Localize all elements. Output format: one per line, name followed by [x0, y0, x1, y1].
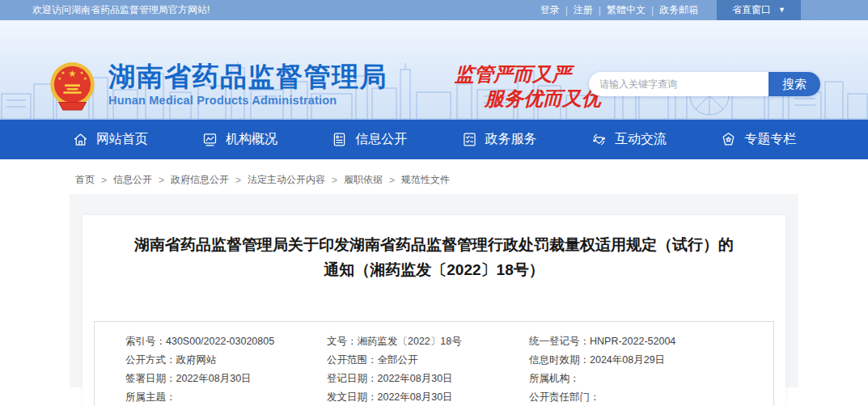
org-overview-icon — [201, 131, 218, 148]
meta-topic: 所属主题： — [95, 388, 327, 406]
meta-affiliated-org: 所属机构： — [529, 370, 773, 388]
brand: ★ ★ ★ ★ ★ 湖南省药品监督管理局 Hunan Medical Produ… — [47, 60, 387, 112]
breadcrumb-separator: > — [389, 175, 395, 186]
nav-item-gov-service[interactable]: 政务服务 — [434, 120, 563, 159]
svg-text:★: ★ — [68, 69, 76, 78]
nav-label: 网站首页 — [96, 131, 148, 148]
traditional-chinese-link[interactable]: 繁體中文 — [607, 3, 646, 17]
register-link[interactable]: 注册 — [574, 3, 593, 17]
topbar: 欢迎访问湖南省药品监督管理局官方网站! 登录 | 注册 | 繁體中文 | 政务邮… — [0, 0, 868, 20]
welcome-text: 欢迎访问湖南省药品监督管理局官方网站! — [32, 3, 210, 17]
login-link[interactable]: 登录 — [540, 3, 560, 17]
province-window-dropdown[interactable]: 省直窗口 ▼ — [717, 0, 801, 20]
interaction-icon — [591, 131, 608, 148]
nav-label: 信息公开 — [355, 131, 407, 148]
gov-mail-link[interactable]: 政务邮箱 — [659, 3, 698, 17]
province-window-label: 省直窗口 — [732, 3, 771, 17]
meta-disclosure-method: 公开方式：政府网站 — [95, 351, 327, 370]
svg-text:★: ★ — [83, 76, 87, 81]
meta-responsible-dept: 公开责任部门： — [529, 388, 773, 406]
nav-label: 专题专栏 — [744, 131, 796, 148]
main-nav: 网站首页 机构概况 信息公开 政务服务 互动交流 专题专栏 — [0, 120, 868, 159]
meta-disclosure-scope: 公开范围：全部公开 — [327, 351, 529, 370]
breadcrumb-separator: > — [159, 175, 164, 186]
meta-doc-number: 文号：湘药监发〔2022〕18号 — [327, 332, 529, 351]
breadcrumb-duty-basis[interactable]: 履职依据 — [344, 173, 383, 187]
topbar-links: 登录 | 注册 | 繁體中文 | 政务邮箱 省直窗口 ▼ — [535, 0, 868, 20]
article-title: 湖南省药品监督管理局关于印发湖南省药品监督管理行政处罚裁量权适用规定（试行）的 … — [94, 232, 774, 282]
breadcrumb-normative-docs[interactable]: 规范性文件 — [401, 173, 450, 187]
article-card: 湖南省药品监督管理局关于印发湖南省药品监督管理行政处罚裁量权适用规定（试行）的 … — [83, 215, 785, 406]
site-title-english: Hunan Medical Products Administration — [108, 94, 387, 107]
special-topics-icon — [720, 131, 737, 148]
info-disclosure-icon — [331, 131, 348, 148]
breadcrumb-separator: > — [235, 175, 241, 186]
search-input[interactable] — [589, 72, 768, 96]
meta-signing-date: 签署日期：2022年08月30日 — [95, 370, 327, 388]
content-wrapper: 湖南省药品监督管理局关于印发湖南省药品监督管理行政处罚裁量权适用规定（试行）的 … — [70, 194, 798, 387]
breadcrumb-separator: > — [332, 175, 337, 186]
svg-text:★: ★ — [61, 70, 65, 75]
breadcrumb-gov-info[interactable]: 政府信息公开 — [171, 173, 229, 187]
svg-text:★: ★ — [57, 76, 61, 81]
article-title-line-2: 通知（湘药监发〔2022〕18号） — [94, 257, 774, 282]
home-icon — [72, 131, 89, 148]
separator: | — [651, 5, 654, 16]
breadcrumb-info-disclosure[interactable]: 信息公开 — [113, 173, 152, 187]
meta-registration-date: 登记日期：2022年08月30日 — [327, 370, 529, 388]
svg-text:★: ★ — [79, 70, 83, 75]
breadcrumb: 首页 > 信息公开 > 政府信息公开 > 法定主动公开内容 > 履职依据 > 规… — [0, 159, 868, 194]
slogan: 监管严而又严 服务优而又优 — [455, 62, 601, 111]
slogan-line-2: 服务优而又优 — [485, 87, 601, 111]
nav-item-interaction[interactable]: 互动交流 — [564, 120, 693, 159]
nav-item-info-disclosure[interactable]: 信息公开 — [304, 120, 434, 159]
site-title: 湖南省药品监督管理局 — [108, 60, 387, 93]
nav-label: 互动交流 — [615, 131, 667, 148]
nav-item-special-topics[interactable]: 专题专栏 — [693, 120, 823, 159]
meta-issue-date: 发文日期：2022年08月30日 — [327, 388, 529, 406]
separator: | — [599, 5, 601, 16]
slogan-line-1: 监管严而又严 — [455, 62, 601, 87]
meta-index-number: 索引号：430S00/2022-03020805 — [95, 332, 327, 351]
article-title-line-1: 湖南省药品监督管理局关于印发湖南省药品监督管理行政处罚裁量权适用规定（试行）的 — [94, 232, 774, 257]
document-meta-table: 索引号：430S00/2022-03020805 文号：湘药监发〔2022〕18… — [94, 321, 774, 406]
national-emblem-logo: ★ ★ ★ ★ ★ — [47, 61, 98, 112]
meta-validity-period: 信息时效期：2024年08月29日 — [529, 351, 773, 370]
nav-item-home[interactable]: 网站首页 — [45, 120, 175, 159]
nav-label: 机构概况 — [226, 131, 277, 148]
separator: | — [565, 5, 568, 16]
meta-unified-reg-number: 统一登记号：HNPR-2022-52004 — [529, 332, 773, 351]
search-button[interactable]: 搜索 — [768, 72, 820, 96]
breadcrumb-home[interactable]: 首页 — [75, 173, 95, 187]
gov-service-icon — [461, 131, 478, 148]
chevron-down-icon: ▼ — [778, 6, 785, 14]
search-bar: 搜索 — [589, 72, 820, 96]
site-header: ★ ★ ★ ★ ★ 湖南省药品监督管理局 Hunan Medical Produ… — [0, 20, 868, 120]
nav-item-org-overview[interactable]: 机构概况 — [175, 120, 304, 159]
breadcrumb-separator: > — [101, 175, 107, 186]
breadcrumb-statutory-content[interactable]: 法定主动公开内容 — [248, 173, 325, 187]
nav-label: 政务服务 — [485, 131, 537, 148]
